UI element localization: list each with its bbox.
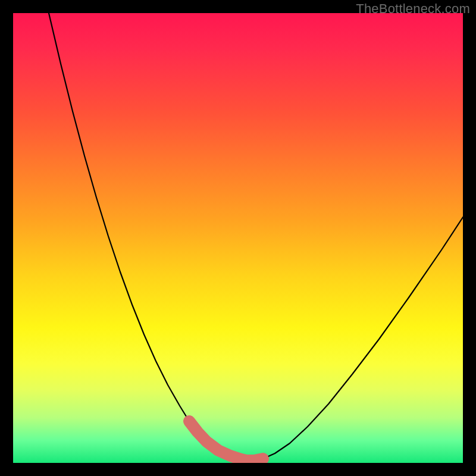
trough-highlight — [189, 421, 263, 461]
plot-area — [13, 13, 463, 463]
curve-layer — [13, 13, 463, 463]
outer-frame: TheBottleneck.com — [0, 0, 476, 476]
watermark-text: TheBottleneck.com — [356, 1, 470, 17]
bottleneck-curve — [49, 13, 463, 461]
